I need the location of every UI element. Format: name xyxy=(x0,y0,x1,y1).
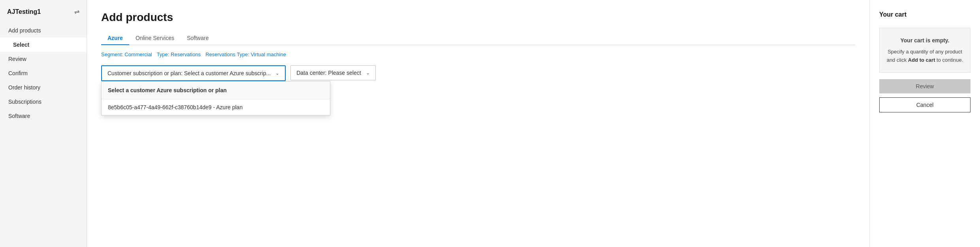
tabs-bar: Azure Online Services Software xyxy=(101,32,855,45)
subscription-dropdown-menu: Select a customer Azure subscription or … xyxy=(101,81,330,116)
cart-buttons: Review Cancel xyxy=(879,79,971,112)
filter-reservations-type[interactable]: Reservations Type: Virtual machine xyxy=(205,51,286,57)
cart-empty-title: Your cart is empty. xyxy=(886,36,964,45)
sidebar: AJTesting1 ⇌ Add products Select Review … xyxy=(0,0,87,247)
sidebar-item-order-history[interactable]: Order history xyxy=(0,80,87,95)
sidebar-toggle-icon[interactable]: ⇌ xyxy=(74,8,79,15)
sidebar-item-confirm[interactable]: Confirm xyxy=(0,66,87,80)
cancel-button[interactable]: Cancel xyxy=(879,97,971,112)
subscription-menu-header: Select a customer Azure subscription or … xyxy=(102,82,330,99)
datacenter-dropdown-arrow: ⌄ xyxy=(366,70,370,76)
filter-chips: Segment: Commercial Type: Reservations R… xyxy=(101,51,855,57)
sidebar-nav: Add products Select Review Confirm Order… xyxy=(0,23,87,123)
sidebar-item-software[interactable]: Software xyxy=(0,109,87,123)
sidebar-item-review[interactable]: Review xyxy=(0,52,87,66)
cart-panel: Your cart Your cart is empty. Specify a … xyxy=(869,0,980,247)
cart-empty-suffix: to continue. xyxy=(937,57,963,63)
page-title: Add products xyxy=(101,11,855,24)
datacenter-dropdown-label: Data center: Please select xyxy=(296,70,361,76)
subscription-dropdown[interactable]: Customer subscription or plan: Select a … xyxy=(101,65,286,81)
review-button: Review xyxy=(879,79,971,93)
sidebar-header: AJTesting1 ⇌ xyxy=(0,8,87,23)
tab-online-services[interactable]: Online Services xyxy=(129,32,181,45)
sidebar-item-subscriptions[interactable]: Subscriptions xyxy=(0,95,87,109)
tab-azure[interactable]: Azure xyxy=(101,32,129,45)
main-content: Add products Azure Online Services Softw… xyxy=(87,0,869,247)
tab-software[interactable]: Software xyxy=(181,32,215,45)
cart-empty-box: Your cart is empty. Specify a quantity o… xyxy=(879,28,971,73)
subscription-dropdown-wrapper: Customer subscription or plan: Select a … xyxy=(101,65,286,81)
sidebar-title: AJTesting1 xyxy=(7,8,41,15)
sidebar-item-add-products[interactable]: Add products xyxy=(0,23,87,38)
filter-segment[interactable]: Segment: Commercial xyxy=(101,51,152,57)
subscription-menu-item-0[interactable]: 8e5b6c05-a477-4a49-662f-c38760b14de9 - A… xyxy=(102,99,330,115)
datacenter-dropdown[interactable]: Data center: Please select ⌄ xyxy=(290,65,375,80)
cart-add-to-cart-link: Add to cart xyxy=(908,57,935,63)
subscription-dropdown-label: Customer subscription or plan: Select a … xyxy=(107,70,271,76)
dropdown-row: Customer subscription or plan: Select a … xyxy=(101,65,855,81)
filter-type[interactable]: Type: Reservations xyxy=(157,51,201,57)
sidebar-item-select[interactable]: Select xyxy=(0,38,87,52)
subscription-dropdown-arrow: ⌄ xyxy=(275,70,279,76)
cart-title: Your cart xyxy=(879,11,971,18)
